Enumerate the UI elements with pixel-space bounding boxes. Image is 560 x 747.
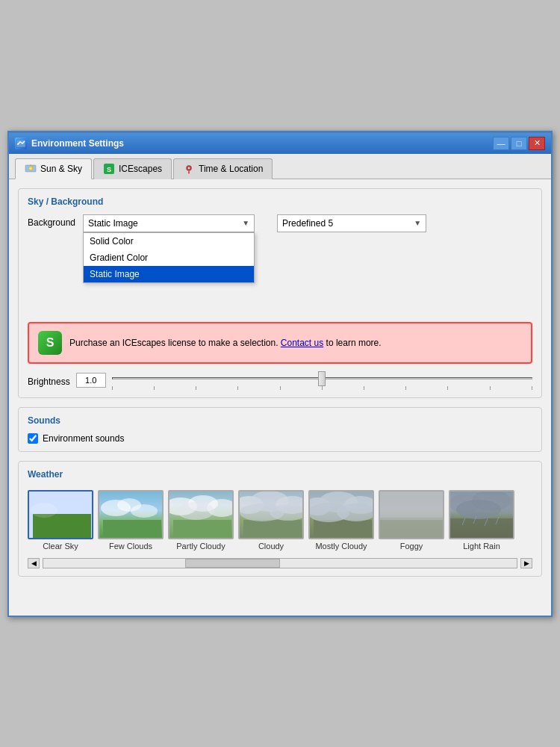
- license-icon: S: [38, 331, 62, 355]
- brightness-slider-wrapper: [112, 371, 532, 386]
- title-controls: — □ ✕: [493, 137, 545, 150]
- scroll-right-arrow[interactable]: ▶: [520, 558, 532, 568]
- predefined-arrow: ▼: [414, 219, 421, 227]
- weather-scrollbar: ◀ ▶: [28, 558, 532, 568]
- weather-thumb-clear-sky: [28, 490, 93, 539]
- weather-item-foggy[interactable]: Foggy: [379, 490, 444, 551]
- tick-4: [237, 386, 238, 390]
- env-sounds-row: Environment sounds: [28, 433, 532, 444]
- tick-7: [364, 386, 364, 390]
- brightness-input[interactable]: [76, 373, 106, 388]
- predefined-dropdown[interactable]: Predefined 5 ▼: [277, 214, 426, 232]
- env-sounds-label: Environment sounds: [43, 433, 124, 444]
- svg-point-9: [188, 167, 190, 169]
- tick-row: [112, 386, 532, 390]
- weather-label-partly-cloudy: Partly Cloudy: [176, 542, 225, 551]
- icescapes-icon: S: [103, 163, 115, 175]
- scroll-thumb[interactable]: [185, 559, 280, 568]
- weather-thumb-partly-cloudy: [168, 490, 234, 539]
- svg-point-3: [29, 167, 33, 170]
- svg-rect-37: [450, 518, 514, 539]
- license-message: Purchase an ICEscapes license to make a …: [69, 338, 382, 348]
- dropdown-item-gradient[interactable]: Gradient Color: [84, 249, 254, 266]
- content-area: Sky / Background Background Static Image…: [9, 179, 551, 616]
- svg-point-32: [337, 503, 374, 521]
- env-sounds-checkbox[interactable]: [28, 433, 38, 444]
- weather-item-mostly-cloudy[interactable]: Mostly Cloudy: [308, 490, 374, 551]
- license-suffix: to learn more.: [326, 338, 382, 348]
- scroll-track[interactable]: [43, 558, 517, 568]
- close-button[interactable]: ✕: [529, 137, 545, 150]
- brightness-slider-container: [112, 371, 532, 390]
- dropdown-list: Solid Color Gradient Color Static Image: [83, 232, 255, 283]
- tick-1: [112, 386, 113, 390]
- window-title: Environment Settings: [31, 138, 124, 149]
- svg-rect-0: [16, 140, 25, 147]
- dropdown-selected-value: Static Image: [88, 218, 138, 229]
- background-dropdown[interactable]: Static Image ▼: [83, 214, 255, 232]
- tick-5: [280, 386, 281, 390]
- brightness-slider-track[interactable]: [112, 377, 532, 379]
- dropdown-item-static[interactable]: Static Image: [84, 266, 254, 282]
- weather-item-few-clouds[interactable]: Few Clouds: [98, 490, 164, 551]
- license-message-text: Purchase an ICEscapes license to make a …: [69, 338, 278, 348]
- svg-rect-12: [103, 520, 161, 539]
- background-dropdown-container: Static Image ▼ Solid Color Gradient Colo…: [83, 214, 255, 232]
- tick-8: [405, 386, 406, 390]
- weather-label-cloudy: Cloudy: [258, 542, 284, 551]
- svg-rect-10: [33, 514, 91, 539]
- weather-thumb-light-rain: [449, 490, 514, 539]
- tick-11: [532, 386, 532, 390]
- title-bar: Environment Settings — □ ✕: [9, 133, 551, 154]
- sounds-title: Sounds: [28, 415, 532, 426]
- tab-icescapes-label: ICEscapes: [119, 164, 162, 174]
- dropdown-item-solid[interactable]: Solid Color: [84, 233, 254, 249]
- tab-sun-sky-label: Sun & Sky: [40, 164, 82, 174]
- tab-icescapes[interactable]: S ICEscapes: [93, 158, 172, 179]
- weather-item-cloudy[interactable]: Cloudy: [238, 490, 304, 551]
- sky-background-section: Sky / Background Background Static Image…: [18, 188, 542, 398]
- svg-point-1: [17, 143, 19, 145]
- weather-label-foggy: Foggy: [400, 542, 423, 551]
- svg-rect-35: [380, 512, 444, 520]
- window-icon: [15, 137, 27, 149]
- svg-rect-34: [380, 518, 444, 539]
- weather-label-mostly-cloudy: Mostly Cloudy: [315, 542, 367, 551]
- scroll-left-arrow[interactable]: ◀: [28, 558, 40, 568]
- weather-item-light-rain[interactable]: Light Rain: [449, 490, 514, 551]
- sounds-section: Sounds Environment sounds: [18, 407, 542, 452]
- contact-us-link[interactable]: Contact us: [281, 338, 323, 348]
- tab-time-location-label: Time & Location: [199, 164, 263, 174]
- weather-title: Weather: [28, 469, 532, 480]
- weather-label-light-rain: Light Rain: [463, 542, 500, 551]
- predefined-value: Predefined 5: [282, 218, 333, 229]
- weather-thumb-foggy: [379, 490, 444, 539]
- svg-rect-27: [314, 520, 372, 539]
- tab-sun-sky[interactable]: Sun & Sky: [15, 158, 92, 179]
- svg-point-15: [131, 504, 158, 518]
- title-bar-left: Environment Settings: [15, 137, 124, 149]
- time-location-icon: [183, 163, 195, 175]
- tick-9: [447, 386, 448, 390]
- weather-thumb-mostly-cloudy: [308, 490, 374, 539]
- weather-item-clear-sky[interactable]: Clear Sky: [28, 490, 93, 551]
- weather-item-partly-cloudy[interactable]: Partly Cloudy: [168, 490, 234, 551]
- weather-grid: Clear Sky Few Clouds: [28, 487, 532, 554]
- background-row: Background Static Image ▼ Solid Color Gr…: [28, 214, 532, 232]
- tick-10: [490, 386, 491, 390]
- maximize-button[interactable]: □: [511, 137, 527, 150]
- main-window: Environment Settings — □ ✕ Sun & Sky: [7, 131, 553, 617]
- svg-rect-36: [380, 506, 444, 512]
- weather-label-few-clouds: Few Clouds: [109, 542, 152, 551]
- license-banner: S Purchase an ICEscapes license to make …: [28, 322, 532, 364]
- svg-rect-21: [243, 520, 302, 539]
- sky-background-title: Sky / Background: [28, 196, 532, 207]
- weather-thumb-few-clouds: [98, 490, 164, 539]
- brightness-row: Brightness: [28, 371, 532, 390]
- minimize-button[interactable]: —: [493, 137, 509, 150]
- weather-section: Weather Clear Sky: [18, 461, 542, 577]
- tab-time-location[interactable]: Time & Location: [173, 158, 273, 179]
- dropdown-arrow: ▼: [242, 219, 249, 227]
- brightness-slider-thumb[interactable]: [318, 371, 326, 386]
- weather-thumb-cloudy: [238, 490, 304, 539]
